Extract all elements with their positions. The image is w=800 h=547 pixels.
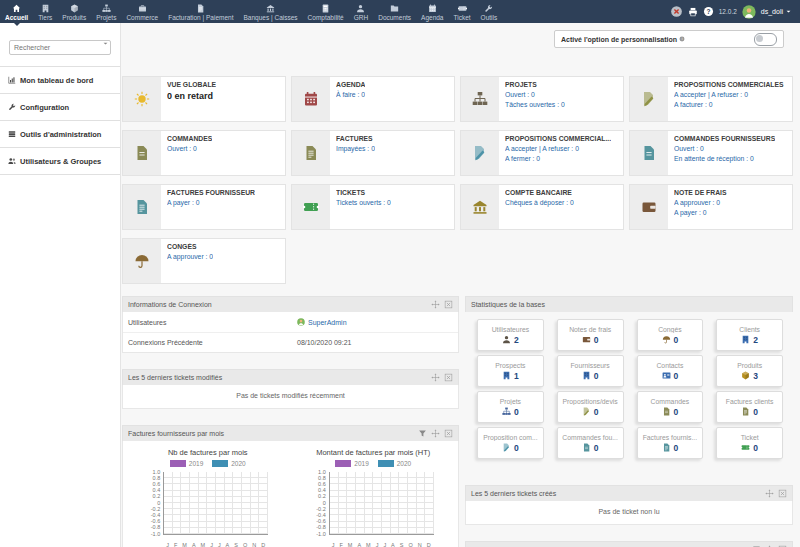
stat-factures-fournis[interactable]: Factures fournis...0 — [637, 427, 704, 459]
print-icon[interactable] — [688, 7, 698, 17]
building-icon — [502, 371, 511, 380]
close-icon[interactable] — [444, 300, 453, 309]
widget-stat[interactable]: Ouvert : 0 — [167, 144, 212, 154]
widget-vue-globale[interactable]: VUE GLOBALE0 en retard — [122, 76, 286, 122]
stat-commandes[interactable]: Commandes0 — [637, 391, 704, 423]
widget-text: PROPOSITIONS COMMERCIAL...A accepter | A… — [499, 131, 617, 175]
stat-clients[interactable]: Clients2 — [716, 319, 783, 351]
nav-produits[interactable]: Produits — [57, 0, 91, 23]
sidebar-item-outils-d-administration[interactable]: Outils d'administration — [0, 120, 120, 147]
widget-text: NOTE DE FRAISA approuver : 0A payer : 0 — [668, 185, 733, 229]
left-sidebar: Mon tableau de bordConfigurationOutils d… — [0, 23, 121, 547]
product-icon — [70, 4, 79, 13]
personalization-option[interactable]: Activé l'option de personnalisation i — [554, 30, 784, 48]
nav-projets[interactable]: Projets — [91, 0, 121, 23]
stat-value: 1 — [478, 371, 543, 381]
user-menu[interactable]: ds_doli — [761, 8, 792, 15]
widget-text: COMMANDES FOURNISSEURSOuvert : 0En atten… — [668, 131, 781, 175]
widget-factures-fournisseur[interactable]: FACTURES FOURNISSEURA payer : 0 — [122, 184, 286, 230]
chart-legend: 20192020 — [170, 460, 246, 467]
widget-stat[interactable]: A payer : 0 — [167, 198, 255, 208]
nav-agenda[interactable]: Agenda — [416, 0, 448, 23]
username-label: ds_doli — [761, 8, 783, 15]
stat-prospects[interactable]: Prospects1 — [477, 355, 544, 387]
widget-note-de-frais[interactable]: NOTE DE FRAISA approuver : 0A payer : 0 — [629, 184, 793, 230]
x-tick-label: N — [418, 542, 422, 547]
widget-stat[interactable]: Ouvert : 0 — [505, 90, 565, 100]
home-icon — [12, 4, 21, 13]
stat-factures-clients[interactable]: Factures clients0 — [716, 391, 783, 423]
stat-label: Projets — [478, 398, 543, 405]
widget-projets[interactable]: PROJETSOuvert : 0Tâches ouvertes : 0 — [460, 76, 624, 122]
widget-stat[interactable]: A accepter | A refuser : 0 — [674, 90, 784, 100]
nav-accueil[interactable]: Accueil — [0, 0, 33, 23]
personalization-toggle[interactable] — [754, 33, 777, 46]
close-icon[interactable] — [444, 429, 453, 438]
move-icon[interactable] — [431, 429, 440, 438]
stat-propositions-devis[interactable]: Propositions/devis0 — [557, 391, 624, 423]
stat-proposition-com[interactable]: Proposition com...0 — [477, 427, 544, 459]
widget-stat[interactable]: Tâches ouvertes : 0 — [505, 100, 565, 110]
search-input[interactable] — [9, 40, 111, 55]
stat-contacts[interactable]: Contacts0 — [637, 355, 704, 387]
widget-cong-s[interactable]: CONGÉSA approuver : 0 — [122, 238, 286, 284]
stat-commandes-fou[interactable]: Commandes fou...0 — [557, 427, 624, 459]
connexion-value[interactable]: SuperAdmin — [297, 318, 347, 326]
sidebar-item-mon-tableau-de-bord[interactable]: Mon tableau de bord — [0, 66, 120, 93]
widget-commandes-fournisseurs[interactable]: COMMANDES FOURNISSEURSOuvert : 0En atten… — [629, 130, 793, 176]
widget-factures[interactable]: FACTURESImpayées : 0 — [291, 130, 455, 176]
stat-notes-de-frais[interactable]: Notes de frais0 — [557, 319, 624, 351]
widget-propositions-commerciales[interactable]: PROPOSITIONS COMMERCIALESA accepter | A … — [629, 76, 793, 122]
move-icon[interactable] — [765, 489, 774, 498]
widget-text: PROJETSOuvert : 0Tâches ouvertes : 0 — [499, 77, 571, 121]
widget-stat[interactable]: Impayées : 0 — [336, 144, 375, 154]
user-avatar[interactable] — [742, 5, 756, 19]
widget-stat[interactable]: Chèques à déposer : 0 — [505, 198, 574, 208]
widget-tickets[interactable]: TICKETSTickets ouverts : 0 — [291, 184, 455, 230]
stat-label: Ticket — [717, 434, 782, 441]
nav-facturation-paiement[interactable]: Facturation | Paiement — [163, 0, 238, 23]
sidebar-item-configuration[interactable]: Configuration — [0, 93, 120, 120]
stat-cong-s[interactable]: Congés0 — [637, 319, 704, 351]
widget-stat[interactable]: Ouvert : 0 — [674, 144, 775, 154]
stat-projets[interactable]: Projets0 — [477, 391, 544, 423]
stat-produits[interactable]: Produits3 — [716, 355, 783, 387]
chart-grid — [329, 472, 434, 535]
nav-banques-caisses[interactable]: Banques | Caisses — [239, 0, 303, 23]
widget-stat[interactable]: Tickets ouverts : 0 — [336, 198, 391, 208]
nav-tiers[interactable]: Tiers — [33, 0, 57, 23]
nav-outils[interactable]: Outils — [476, 0, 503, 23]
x-tick-label: S — [400, 542, 404, 547]
search-dropdown-icon[interactable] — [102, 40, 109, 47]
filter-icon[interactable] — [418, 429, 427, 438]
widget-stat[interactable]: À faire : 0 — [336, 90, 365, 100]
widget-stat[interactable]: A approuver : 0 — [674, 198, 727, 208]
widget-stat[interactable]: A facturer : 0 — [674, 100, 784, 110]
move-icon[interactable] — [431, 300, 440, 309]
widget-propositions-commercial[interactable]: PROPOSITIONS COMMERCIAL...A accepter | A… — [460, 130, 624, 176]
stat-utilisateures[interactable]: Utilisateures2 — [477, 319, 544, 351]
close-icon[interactable] — [778, 489, 787, 498]
stat-number: 1 — [514, 371, 519, 381]
sidebar-item-utilisateurs-groupes[interactable]: Utilisateurs & Groupes — [0, 147, 120, 175]
nav-commerce[interactable]: Commerce — [121, 0, 163, 23]
nav-grh[interactable]: GRH — [349, 0, 373, 23]
close-icon[interactable] — [444, 373, 453, 382]
connexion-value: 08/10/2020 09:21 — [297, 339, 352, 346]
nav-ticket[interactable]: Ticket — [448, 0, 475, 23]
stat-fournisseurs[interactable]: Fournisseurs0 — [557, 355, 624, 387]
widget-stat[interactable]: A fermer : 0 — [505, 154, 611, 164]
widget-stat[interactable]: A approuver : 0 — [167, 252, 213, 262]
widget-compte-bancaire[interactable]: COMPTE BANCAIREChèques à déposer : 0 — [460, 184, 624, 230]
widget-commandes[interactable]: COMMANDESOuvert : 0 — [122, 130, 286, 176]
logout-icon[interactable] — [670, 5, 683, 18]
stat-ticket[interactable]: Ticket0 — [716, 427, 783, 459]
widget-agenda[interactable]: AGENDAÀ faire : 0 — [291, 76, 455, 122]
widget-stat[interactable]: A payer : 0 — [674, 208, 727, 218]
nav-documents[interactable]: Documents — [373, 0, 416, 23]
move-icon[interactable] — [431, 373, 440, 382]
help-icon[interactable]: ? — [703, 6, 714, 17]
widget-stat[interactable]: En attente de réception : 0 — [674, 154, 775, 164]
nav-comptabilit[interactable]: Comptabilité — [303, 0, 349, 23]
widget-stat[interactable]: A accepter | A refuser : 0 — [505, 144, 611, 154]
